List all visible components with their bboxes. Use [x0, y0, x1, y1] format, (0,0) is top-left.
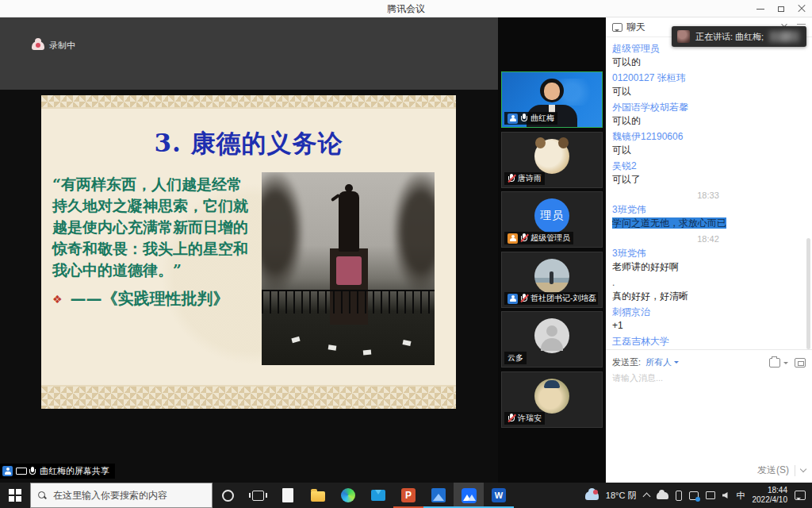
pink-graffiti [336, 256, 362, 285]
edge-icon [341, 488, 355, 502]
message-sender[interactable]: 吴锐2 [612, 160, 804, 173]
document-icon [282, 488, 293, 502]
message-sender[interactable]: 外国语学校胡若馨 [612, 101, 804, 114]
windows-taskbar: P W 18°C 阴 中 18:44 2022/4/10 [0, 483, 812, 508]
send-button[interactable]: 发送(S) [757, 464, 789, 477]
message-text: +1 [612, 319, 804, 333]
message-sender[interactable]: 01200127 张桓玮 [612, 71, 804, 85]
speaking-label: 正在讲话: 曲红梅; [695, 31, 764, 43]
video-thumbnail-tangshiyu[interactable]: 唐诗雨 [501, 132, 603, 188]
chevron-down-icon[interactable] [783, 362, 788, 367]
member-role-icon [508, 114, 518, 124]
close-button[interactable] [791, 0, 812, 17]
taskbar-app-mail[interactable] [363, 483, 393, 508]
blurred-names [769, 31, 799, 42]
send-options-chevron-icon[interactable] [800, 466, 806, 472]
recording-label: 录制中 [49, 40, 75, 52]
send-to-dropdown[interactable]: 所有人 [645, 356, 679, 368]
device-notification-icon[interactable] [689, 491, 699, 500]
taskbar-app-powerpoint[interactable]: P [393, 483, 423, 508]
message-text-selected: 学问之道无他，求放心而已 [612, 217, 804, 230]
slide-attribution: ❖ ——《实践理性批判》 [52, 288, 229, 310]
quote-line: 越是使内心充满常新而日增的 [52, 217, 274, 238]
ime-indicator[interactable]: 中 [737, 490, 745, 502]
divider [795, 465, 795, 476]
screen-share-banner: 曲红梅的屏幕共享 [0, 464, 115, 479]
taskbar-app-meeting[interactable] [454, 483, 484, 508]
message-sender[interactable]: 3班党伟 [612, 203, 804, 217]
speaking-toast: 正在讲话: 曲红梅; [672, 26, 806, 47]
video-thumbnail-xuruian[interactable]: 许瑞安 [501, 371, 603, 428]
minimize-button[interactable] [750, 0, 771, 17]
slide-quote: “有两样东西，人们越是经常 持久地对之凝神思索，它们就 越是使内心充满常新而日增… [52, 174, 274, 281]
participant-label: 许瑞安 [504, 412, 545, 425]
video-thumbnail-liupeilei[interactable]: 哲社团书记-刘培磊 [501, 252, 603, 308]
tray-expand-icon[interactable] [642, 493, 650, 501]
word-icon: W [492, 488, 506, 502]
quote-line: “有两样东西，人们越是经常 [52, 174, 274, 195]
clock[interactable]: 18:44 2022/4/10 [753, 486, 788, 505]
screen-share-icon [16, 468, 25, 475]
chat-history-button[interactable] [769, 358, 780, 368]
chat-message: 魏镜伊12190606 可以 [612, 130, 804, 157]
weather-icon[interactable] [585, 491, 599, 500]
taskbar-app-notepad[interactable] [273, 483, 303, 508]
cloud-record-icon [32, 41, 44, 50]
message-sender[interactable]: 刺猬京治 [612, 306, 804, 319]
message-sender[interactable]: 魏镜伊12190606 [612, 130, 804, 144]
message-sender[interactable]: . [612, 276, 804, 290]
chat-message: . 真的好好，好清晰 [612, 276, 804, 303]
message-text: 可以 [612, 85, 804, 98]
chat-timestamp: 18:33 [612, 189, 804, 202]
taskbar-app-explorer[interactable] [303, 483, 333, 508]
window-titlebar: 腾讯会议 [0, 0, 812, 17]
task-view-icon [252, 491, 264, 501]
send-to-value: 所有人 [645, 356, 672, 368]
chat-scrollbar[interactable] [806, 238, 810, 349]
video-thumbnail-admin[interactable]: 理员 超级管理员 [501, 191, 603, 248]
quote-line: 持久地对之凝神思索，它们就 [52, 195, 274, 217]
cortana-icon [222, 490, 234, 502]
tray-date: 2022/4/10 [753, 495, 788, 505]
message-sender[interactable]: 3班党伟 [612, 247, 804, 260]
participant-label: 唐诗雨 [504, 172, 545, 185]
mic-icon [29, 467, 36, 476]
cortana-button[interactable] [213, 483, 243, 508]
taskbar-app-photos[interactable] [423, 483, 454, 508]
recording-indicator: 录制中 [32, 40, 75, 52]
screenshot-button[interactable] [795, 358, 806, 368]
notification-center-icon[interactable] [795, 491, 806, 500]
message-sender[interactable]: 王磊吉林大学 [612, 335, 804, 348]
video-thumbnail-quhongmei[interactable]: 曲红梅 [501, 71, 603, 128]
taskbar-app-edge[interactable] [333, 483, 363, 508]
photos-icon [431, 488, 446, 502]
avatar [534, 318, 569, 353]
chat-message-list[interactable]: 超级管理员 可以的 01200127 张桓玮 可以 外国语学校胡若馨 可以的 魏… [606, 37, 812, 351]
search-input[interactable] [53, 490, 200, 501]
message-text: 可以 [612, 144, 804, 157]
kant-statue-photo [262, 172, 435, 365]
chat-icon [612, 23, 622, 32]
admin-role-icon [508, 233, 518, 244]
message-text: 可以了 [612, 173, 804, 187]
speaker-icon[interactable] [722, 492, 728, 498]
member-role-icon [508, 294, 518, 304]
taskbar-app-word[interactable]: W [484, 483, 514, 508]
mic-on-icon [520, 114, 528, 123]
start-button[interactable] [0, 483, 30, 508]
touch-keyboard-icon[interactable] [706, 491, 715, 499]
chat-input[interactable] [612, 373, 801, 383]
phone-icon[interactable] [676, 491, 682, 501]
weather-text[interactable]: 18°C 阴 [606, 490, 637, 502]
tray-time: 18:44 [753, 486, 788, 495]
task-view-button[interactable] [243, 483, 273, 508]
taskbar-search[interactable] [30, 483, 213, 508]
onedrive-icon[interactable] [657, 492, 668, 499]
minimize-icon [756, 9, 764, 10]
video-thumbnail-yunduo[interactable]: 云多 [501, 311, 603, 368]
person-icon [509, 235, 516, 242]
maximize-button[interactable] [771, 0, 791, 17]
chat-message: 3班党伟 学问之道无他，求放心而已 [612, 203, 804, 230]
dog-ear [535, 137, 546, 148]
share-banner-label: 曲红梅的屏幕共享 [40, 465, 109, 477]
